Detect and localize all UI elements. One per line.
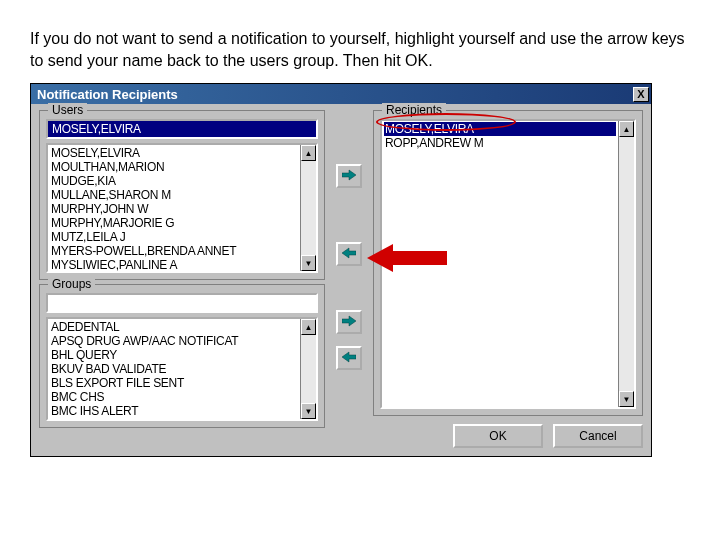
- list-item[interactable]: MYERS-POWELL,BRENDA ANNET: [50, 244, 298, 258]
- arrow-right-icon: [342, 169, 356, 184]
- users-scrollbar[interactable]: ▲ ▼: [300, 145, 316, 271]
- recipients-group: Recipients MOSELY,ELVIRA ROPP,ANDREW M ▲…: [373, 110, 643, 416]
- groups-scrollbar[interactable]: ▲ ▼: [300, 319, 316, 419]
- close-button[interactable]: X: [633, 87, 649, 102]
- groups-list[interactable]: ADEDENTAL APSQ DRUG AWP/AAC NOTIFICAT BH…: [48, 319, 300, 419]
- list-item[interactable]: APSQ DRUG AWP/AAC NOTIFICAT: [50, 334, 298, 348]
- list-item[interactable]: BLS EXPORT FILE SENT: [50, 376, 298, 390]
- remove-group-button[interactable]: [336, 346, 362, 370]
- groups-label: Groups: [48, 277, 95, 291]
- scroll-track[interactable]: [619, 137, 634, 391]
- scroll-track[interactable]: [301, 161, 316, 255]
- list-item[interactable]: MOSELY,ELVIRA: [384, 122, 616, 136]
- users-list[interactable]: MOSELY,ELVIRA MOULTHAN,MARION MUDGE,KIA …: [48, 145, 300, 271]
- add-group-button[interactable]: [336, 310, 362, 334]
- list-item[interactable]: MOSELY,ELVIRA: [50, 146, 298, 160]
- list-item[interactable]: MUTZ,LEILA J: [50, 230, 298, 244]
- recipients-scrollbar[interactable]: ▲ ▼: [618, 121, 634, 407]
- list-item[interactable]: BMC IHS ALERT: [50, 404, 298, 418]
- list-item[interactable]: MURPHY,MARJORIE G: [50, 216, 298, 230]
- scroll-up-icon[interactable]: ▲: [619, 121, 634, 137]
- arrow-left-icon: [342, 247, 356, 262]
- scroll-down-icon[interactable]: ▼: [301, 255, 316, 271]
- users-group: Users MOSELY,ELVIRA MOSELY,ELVIRA MOULTH…: [39, 110, 325, 280]
- list-item[interactable]: MYSLIWIEC,PANLINE A: [50, 258, 298, 271]
- arrow-left-icon: [342, 351, 356, 366]
- ok-button[interactable]: OK: [453, 424, 543, 448]
- users-label: Users: [48, 103, 87, 117]
- add-recipient-button[interactable]: [336, 164, 362, 188]
- list-item[interactable]: MURPHY,JOHN W: [50, 202, 298, 216]
- instruction-text: If you do not want to send a notificatio…: [0, 0, 720, 83]
- list-item[interactable]: MUDGE,KIA: [50, 174, 298, 188]
- list-item[interactable]: ROPP,ANDREW M: [384, 136, 616, 150]
- cancel-button[interactable]: Cancel: [553, 424, 643, 448]
- list-item[interactable]: MOULTHAN,MARION: [50, 160, 298, 174]
- notification-dialog: Notification Recipients X Users MOSELY,E…: [30, 83, 652, 457]
- scroll-track[interactable]: [301, 335, 316, 403]
- recipients-list[interactable]: MOSELY,ELVIRA ROPP,ANDREW M: [382, 121, 618, 407]
- dialog-title: Notification Recipients: [37, 87, 633, 102]
- list-item[interactable]: BMC CHS: [50, 390, 298, 404]
- list-item[interactable]: BHL QUERY: [50, 348, 298, 362]
- scroll-up-icon[interactable]: ▲: [301, 319, 316, 335]
- list-item[interactable]: MULLANE,SHARON M: [50, 188, 298, 202]
- recipients-label: Recipients: [382, 103, 446, 117]
- list-item[interactable]: ADEDENTAL: [50, 320, 298, 334]
- groups-group: Groups ADEDENTAL APSQ DRUG AWP/AAC NOTIF…: [39, 284, 325, 428]
- scroll-up-icon[interactable]: ▲: [301, 145, 316, 161]
- groups-filter-input[interactable]: [46, 293, 318, 313]
- titlebar: Notification Recipients X: [31, 84, 651, 104]
- scroll-down-icon[interactable]: ▼: [301, 403, 316, 419]
- list-item[interactable]: BKUV BAD VALIDATE: [50, 362, 298, 376]
- remove-recipient-button[interactable]: [336, 242, 362, 266]
- arrow-right-icon: [342, 315, 356, 330]
- scroll-down-icon[interactable]: ▼: [619, 391, 634, 407]
- users-filter-input[interactable]: MOSELY,ELVIRA: [46, 119, 318, 139]
